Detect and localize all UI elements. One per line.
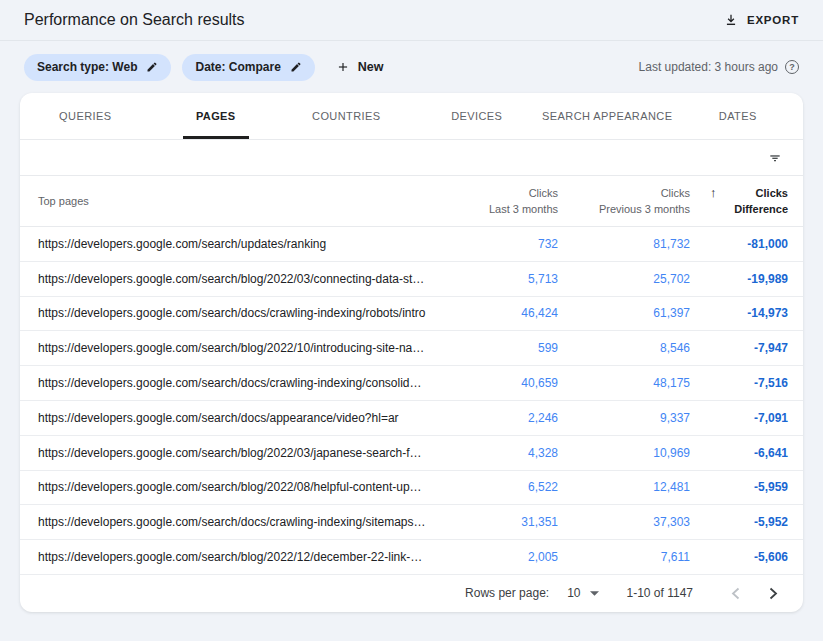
export-label: EXPORT xyxy=(747,14,799,26)
next-page-button[interactable] xyxy=(761,581,785,605)
clicks-previous-value: 10,969 xyxy=(558,446,690,460)
page-url[interactable]: https://developers.google.com/search/doc… xyxy=(38,515,438,529)
clicks-difference-value: -81,000 xyxy=(690,237,788,251)
new-filter-button[interactable]: New xyxy=(336,60,384,74)
page-url[interactable]: https://developers.google.com/search/blo… xyxy=(38,446,438,460)
last-updated: Last updated: 3 hours ago ? xyxy=(639,60,799,74)
table-row[interactable]: https://developers.google.com/search/doc… xyxy=(20,297,803,332)
search-type-chip-label: Search type: Web xyxy=(37,60,137,74)
page-title: Performance on Search results xyxy=(24,11,245,29)
table-row[interactable]: https://developers.google.com/search/doc… xyxy=(20,366,803,401)
page-url[interactable]: https://developers.google.com/search/blo… xyxy=(38,272,438,286)
clicks-last-value: 46,424 xyxy=(438,306,558,320)
pencil-icon xyxy=(146,61,158,73)
rows-per-page-label: Rows per page: xyxy=(465,586,549,600)
tab-pages[interactable]: PAGES xyxy=(151,93,282,139)
clicks-last-value: 6,522 xyxy=(438,480,558,494)
table-row[interactable]: https://developers.google.com/search/blo… xyxy=(20,331,803,366)
table-row[interactable]: https://developers.google.com/search/doc… xyxy=(20,401,803,436)
clicks-last-value: 5,713 xyxy=(438,272,558,286)
table-row[interactable]: https://developers.google.com/search/upd… xyxy=(20,227,803,262)
table-row[interactable]: https://developers.google.com/search/blo… xyxy=(20,262,803,297)
table-row[interactable]: https://developers.google.com/search/blo… xyxy=(20,436,803,471)
clicks-last-value: 599 xyxy=(438,341,558,355)
clicks-difference-value: -14,973 xyxy=(690,306,788,320)
clicks-difference-value: -6,641 xyxy=(690,446,788,460)
question-circle-icon[interactable]: ? xyxy=(785,60,799,74)
tab-devices[interactable]: DEVICES xyxy=(412,93,543,139)
clicks-previous-value: 7,611 xyxy=(558,550,690,564)
clicks-last-value: 2,005 xyxy=(438,550,558,564)
column-header-clicks-last[interactable]: Clicks Last 3 months xyxy=(438,185,558,217)
table-row[interactable]: https://developers.google.com/search/doc… xyxy=(20,505,803,540)
last-updated-text: Last updated: 3 hours ago xyxy=(639,60,778,74)
clicks-difference-value: -7,091 xyxy=(690,411,788,425)
tab-queries[interactable]: QUERIES xyxy=(20,93,151,139)
clicks-last-value: 40,659 xyxy=(438,376,558,390)
pencil-icon xyxy=(290,61,302,73)
page-url[interactable]: https://developers.google.com/search/doc… xyxy=(38,306,438,320)
clicks-previous-value: 81,732 xyxy=(558,237,690,251)
page-url[interactable]: https://developers.google.com/search/doc… xyxy=(38,376,438,390)
clicks-last-value: 732 xyxy=(438,237,558,251)
clicks-difference-value: -5,606 xyxy=(690,550,788,564)
table-body: https://developers.google.com/search/upd… xyxy=(20,227,803,575)
date-compare-chip[interactable]: Date: Compare xyxy=(182,54,314,81)
page-url[interactable]: https://developers.google.com/search/blo… xyxy=(38,550,438,564)
table-row[interactable]: https://developers.google.com/search/blo… xyxy=(20,471,803,506)
page-url[interactable]: https://developers.google.com/search/doc… xyxy=(38,411,438,425)
arrow-up-icon: ↑ xyxy=(710,185,717,201)
table-footer: Rows per page: 10 1-10 of 1147 xyxy=(20,575,803,612)
table-row[interactable]: https://developers.google.com/search/blo… xyxy=(20,540,803,575)
caret-down-icon xyxy=(590,591,599,596)
clicks-difference-value: -5,959 xyxy=(690,480,788,494)
column-header-clicks-difference[interactable]: ↑ Clicks Difference xyxy=(690,185,788,217)
tab-dates[interactable]: DATES xyxy=(673,93,804,139)
search-type-chip[interactable]: Search type: Web xyxy=(24,54,171,81)
clicks-difference-value: -5,952 xyxy=(690,515,788,529)
download-icon xyxy=(724,13,738,27)
top-bar: Performance on Search results EXPORT xyxy=(0,0,823,41)
rows-per-page-select[interactable]: 10 xyxy=(567,586,598,600)
clicks-last-value: 31,351 xyxy=(438,515,558,529)
chevron-left-icon xyxy=(731,587,740,600)
page-url[interactable]: https://developers.google.com/search/blo… xyxy=(38,480,438,494)
clicks-previous-value: 8,546 xyxy=(558,341,690,355)
tab-countries[interactable]: COUNTRIES xyxy=(281,93,412,139)
clicks-difference-value: -7,516 xyxy=(690,376,788,390)
page-url[interactable]: https://developers.google.com/search/upd… xyxy=(38,237,438,251)
clicks-previous-value: 9,337 xyxy=(558,411,690,425)
previous-page-button[interactable] xyxy=(723,581,747,605)
rows-per-page-value: 10 xyxy=(567,586,580,600)
toolbar: Search type: Web Date: Compare New Last … xyxy=(0,41,823,93)
clicks-difference-value: -7,947 xyxy=(690,341,788,355)
pagination-range: 1-10 of 1147 xyxy=(627,586,694,600)
clicks-last-value: 2,246 xyxy=(438,411,558,425)
column-header-top-pages: Top pages xyxy=(38,195,438,207)
export-button[interactable]: EXPORT xyxy=(724,13,799,27)
tab-search-appearance[interactable]: SEARCH APPEARANCE xyxy=(542,93,673,139)
clicks-previous-value: 12,481 xyxy=(558,480,690,494)
chevron-right-icon xyxy=(769,587,778,600)
page-url[interactable]: https://developers.google.com/search/blo… xyxy=(38,341,438,355)
clicks-previous-value: 48,175 xyxy=(558,376,690,390)
clicks-previous-value: 25,702 xyxy=(558,272,690,286)
filter-lines-icon[interactable] xyxy=(767,150,783,166)
report-card: QUERIES PAGES COUNTRIES DEVICES SEARCH A… xyxy=(20,93,803,612)
table-filter-row xyxy=(20,140,803,176)
clicks-last-value: 4,328 xyxy=(438,446,558,460)
clicks-previous-value: 37,303 xyxy=(558,515,690,529)
new-filter-label: New xyxy=(358,60,384,74)
date-compare-chip-label: Date: Compare xyxy=(195,60,280,74)
clicks-previous-value: 61,397 xyxy=(558,306,690,320)
table-header-row: Top pages Clicks Last 3 months Clicks Pr… xyxy=(20,176,803,227)
column-header-clicks-previous[interactable]: Clicks Previous 3 months xyxy=(558,185,690,217)
clicks-difference-value: -19,989 xyxy=(690,272,788,286)
tab-bar: QUERIES PAGES COUNTRIES DEVICES SEARCH A… xyxy=(20,93,803,140)
plus-icon xyxy=(336,60,350,74)
